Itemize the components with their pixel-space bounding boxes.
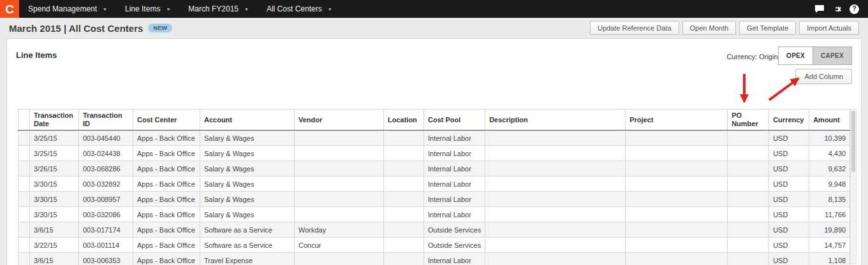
cell-currency: USD — [769, 161, 809, 176]
row-handle-cell[interactable] — [18, 222, 30, 238]
cell-vendor: Concur — [295, 238, 384, 253]
nav-menu-spend-management[interactable]: Spend Management▼ — [19, 0, 116, 18]
cell-amount: 8,135 — [809, 192, 850, 207]
cell-cost-pool: Internal Labor — [424, 253, 485, 265]
cell-transaction-date: 3/6/15 — [30, 253, 79, 265]
cell-cost-center: Apps - Back Office — [133, 192, 200, 207]
open-month-button[interactable]: Open Month — [682, 21, 737, 35]
row-handle-cell[interactable] — [18, 146, 30, 161]
cell-transaction-date: 3/26/15 — [30, 161, 79, 176]
cell-transaction-id: 003-045440 — [79, 131, 133, 146]
table-row[interactable]: 3/30/15003-032086Apps - Back OfficeSalar… — [18, 207, 850, 222]
tab-capex[interactable]: CAPEX — [813, 47, 852, 65]
transaction-id-column-header[interactable]: Transaction ID — [79, 110, 133, 131]
cell-cost-center: Apps - Back Office — [133, 238, 200, 253]
get-template-button[interactable]: Get Template — [739, 21, 796, 35]
cell-po-number — [728, 207, 769, 222]
update-reference-data-button[interactable]: Update Reference Data — [590, 21, 679, 35]
row-handle-cell[interactable] — [18, 131, 30, 146]
nav-menus: Spend Management▼Line Items▼March FY2015… — [19, 0, 341, 18]
row-handle-cell[interactable] — [18, 253, 30, 265]
add-column-button[interactable]: Add Column — [795, 69, 852, 84]
cell-vendor: Workday — [295, 222, 384, 238]
cell-cost-pool: Outside Services — [424, 238, 485, 253]
project-column-header[interactable]: Project — [626, 110, 728, 131]
location-column-header[interactable]: Location — [384, 110, 424, 131]
cell-project — [626, 222, 728, 238]
cell-amount: 11,766 — [809, 207, 850, 222]
table-row[interactable]: 3/25/15003-024438Apps - Back OfficeSalar… — [18, 146, 850, 161]
table-row[interactable]: 3/6/15003-017174Apps - Back OfficeSoftwa… — [18, 222, 850, 238]
row-handle-cell[interactable] — [18, 161, 30, 176]
cell-vendor — [295, 207, 384, 222]
nav-menu-label: Spend Management — [28, 4, 97, 13]
row-handle-cell[interactable] — [18, 207, 30, 222]
po-number-column-header[interactable]: PO Number — [728, 110, 769, 131]
table-row[interactable]: 3/25/15003-045440Apps - Back OfficeSalar… — [18, 131, 850, 146]
cell-vendor — [295, 131, 384, 146]
cost-center-column-header[interactable]: Cost Center — [133, 110, 200, 131]
nav-menu-all-cost-centers[interactable]: All Cost Centers▼ — [258, 0, 341, 18]
description-column-header[interactable]: Description — [485, 110, 626, 131]
cell-transaction-id: 003-008957 — [79, 192, 133, 207]
row-handle-cell[interactable] — [18, 176, 30, 192]
help-icon[interactable]: ? — [850, 4, 859, 14]
amount-column-header[interactable]: Amount — [809, 110, 850, 131]
import-actuals-button[interactable]: Import Actuals — [799, 21, 859, 35]
cell-vendor — [295, 161, 384, 176]
cell-location — [384, 131, 424, 146]
help-question-mark: ? — [850, 4, 859, 14]
line-items-table: Transaction DateTransaction IDCost Cente… — [18, 109, 850, 265]
table-row[interactable]: 3/30/15003-032892Apps - Back OfficeSalar… — [18, 176, 850, 192]
table-header-row: Transaction DateTransaction IDCost Cente… — [18, 110, 850, 131]
cell-location — [384, 146, 424, 161]
nav-menu-march-fy2015[interactable]: March FY2015▼ — [179, 0, 258, 18]
cell-amount: 19,890 — [809, 222, 850, 238]
cost-pool-column-header[interactable]: Cost Pool — [424, 110, 485, 131]
cell-cost-pool: Internal Labor — [424, 131, 485, 146]
table-scrollbar[interactable] — [850, 109, 857, 264]
cell-currency: USD — [769, 207, 809, 222]
chat-icon[interactable] — [814, 4, 825, 13]
cell-project — [626, 207, 728, 222]
cell-project — [626, 238, 728, 253]
cell-account: Salary & Wages — [200, 146, 295, 161]
coupa-logo-icon[interactable]: C — [0, 0, 19, 18]
cell-location — [384, 222, 424, 238]
cell-location — [384, 253, 424, 265]
table-row[interactable]: 3/30/15003-008957Apps - Back OfficeSalar… — [18, 192, 850, 207]
line-items-panel: Line Items Currency: Original▼ OPEXCAPEX… — [6, 38, 862, 265]
cell-po-number — [728, 222, 769, 238]
cell-description — [485, 161, 626, 176]
nav-menu-line-items[interactable]: Line Items▼ — [116, 0, 179, 18]
cell-transaction-id: 003-032892 — [79, 176, 133, 192]
currency-column-header[interactable]: Currency — [769, 110, 809, 131]
tab-opex[interactable]: OPEX — [778, 47, 813, 65]
table-row[interactable]: 3/6/15003-006353Apps - Back OfficeTravel… — [18, 253, 850, 265]
scrollbar-thumb[interactable] — [851, 111, 855, 172]
cell-description — [485, 192, 626, 207]
cell-account: Salary & Wages — [200, 192, 295, 207]
cell-transaction-date: 3/30/15 — [30, 192, 79, 207]
cell-cost-center: Apps - Back Office — [133, 222, 200, 238]
gear-icon[interactable] — [832, 4, 842, 14]
cell-description — [485, 253, 626, 265]
cell-transaction-date: 3/30/15 — [30, 207, 79, 222]
cell-project — [626, 253, 728, 265]
cell-project — [626, 146, 728, 161]
vendor-column-header[interactable]: Vendor — [295, 110, 384, 131]
cell-amount: 9,948 — [809, 176, 850, 192]
account-column-header[interactable]: Account — [200, 110, 295, 131]
cell-transaction-id: 003-001114 — [79, 238, 133, 253]
row-handle-cell[interactable] — [18, 238, 30, 253]
cell-cost-center: Apps - Back Office — [133, 146, 200, 161]
transaction-date-column-header[interactable]: Transaction Date — [30, 110, 79, 131]
cell-location — [384, 207, 424, 222]
table-row[interactable]: 3/26/15003-068286Apps - Back OfficeSalar… — [18, 161, 850, 176]
table-row[interactable]: 3/22/15003-001114Apps - Back OfficeSoftw… — [18, 238, 850, 253]
cell-cost-center: Apps - Back Office — [133, 161, 200, 176]
cell-amount: 9,632 — [809, 161, 850, 176]
cell-account: Salary & Wages — [200, 161, 295, 176]
row-handle-cell[interactable] — [18, 192, 30, 207]
cell-cost-pool: Internal Labor — [424, 146, 485, 161]
